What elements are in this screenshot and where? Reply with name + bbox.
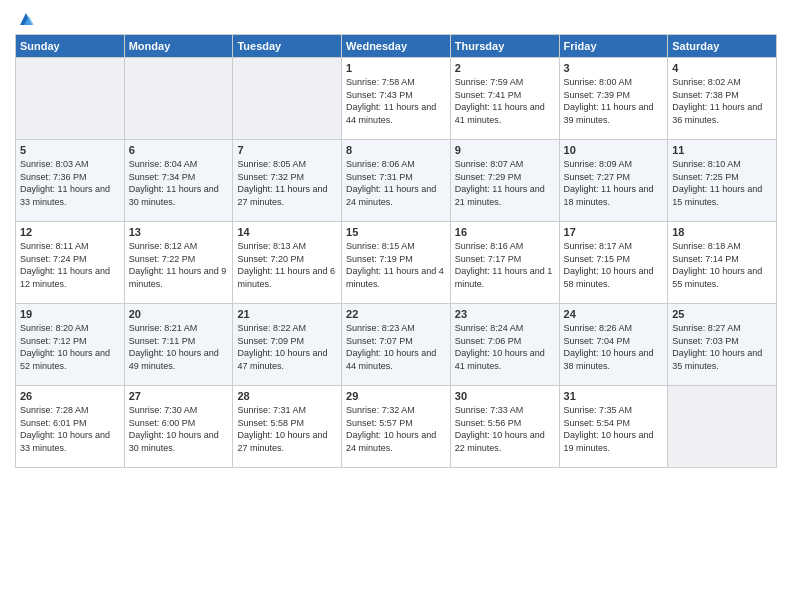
calendar-cell	[233, 58, 342, 140]
calendar-cell: 3Sunrise: 8:00 AMSunset: 7:39 PMDaylight…	[559, 58, 668, 140]
calendar-week-row: 1Sunrise: 7:58 AMSunset: 7:43 PMDaylight…	[16, 58, 777, 140]
day-info: Sunrise: 8:20 AMSunset: 7:12 PMDaylight:…	[20, 322, 120, 372]
calendar-week-row: 26Sunrise: 7:28 AMSunset: 6:01 PMDayligh…	[16, 386, 777, 468]
day-info: Sunrise: 7:59 AMSunset: 7:41 PMDaylight:…	[455, 76, 555, 126]
day-number: 1	[346, 62, 446, 74]
day-info: Sunrise: 8:04 AMSunset: 7:34 PMDaylight:…	[129, 158, 229, 208]
calendar-cell: 5Sunrise: 8:03 AMSunset: 7:36 PMDaylight…	[16, 140, 125, 222]
calendar-cell: 12Sunrise: 8:11 AMSunset: 7:24 PMDayligh…	[16, 222, 125, 304]
weekday-header-friday: Friday	[559, 35, 668, 58]
day-number: 15	[346, 226, 446, 238]
day-number: 19	[20, 308, 120, 320]
day-info: Sunrise: 7:32 AMSunset: 5:57 PMDaylight:…	[346, 404, 446, 454]
calendar-cell: 26Sunrise: 7:28 AMSunset: 6:01 PMDayligh…	[16, 386, 125, 468]
day-number: 23	[455, 308, 555, 320]
day-info: Sunrise: 8:11 AMSunset: 7:24 PMDaylight:…	[20, 240, 120, 290]
day-info: Sunrise: 8:12 AMSunset: 7:22 PMDaylight:…	[129, 240, 229, 290]
day-info: Sunrise: 8:21 AMSunset: 7:11 PMDaylight:…	[129, 322, 229, 372]
calendar-week-row: 19Sunrise: 8:20 AMSunset: 7:12 PMDayligh…	[16, 304, 777, 386]
day-number: 30	[455, 390, 555, 402]
day-number: 4	[672, 62, 772, 74]
calendar-cell: 21Sunrise: 8:22 AMSunset: 7:09 PMDayligh…	[233, 304, 342, 386]
calendar-cell: 1Sunrise: 7:58 AMSunset: 7:43 PMDaylight…	[342, 58, 451, 140]
day-info: Sunrise: 8:09 AMSunset: 7:27 PMDaylight:…	[564, 158, 664, 208]
day-number: 22	[346, 308, 446, 320]
day-number: 3	[564, 62, 664, 74]
calendar-cell: 18Sunrise: 8:18 AMSunset: 7:14 PMDayligh…	[668, 222, 777, 304]
logo	[15, 10, 35, 26]
calendar-cell: 6Sunrise: 8:04 AMSunset: 7:34 PMDaylight…	[124, 140, 233, 222]
day-info: Sunrise: 8:18 AMSunset: 7:14 PMDaylight:…	[672, 240, 772, 290]
calendar-cell: 8Sunrise: 8:06 AMSunset: 7:31 PMDaylight…	[342, 140, 451, 222]
day-number: 14	[237, 226, 337, 238]
day-number: 12	[20, 226, 120, 238]
day-number: 6	[129, 144, 229, 156]
day-info: Sunrise: 8:23 AMSunset: 7:07 PMDaylight:…	[346, 322, 446, 372]
calendar-cell: 30Sunrise: 7:33 AMSunset: 5:56 PMDayligh…	[450, 386, 559, 468]
day-number: 31	[564, 390, 664, 402]
day-number: 5	[20, 144, 120, 156]
day-info: Sunrise: 8:06 AMSunset: 7:31 PMDaylight:…	[346, 158, 446, 208]
day-info: Sunrise: 8:07 AMSunset: 7:29 PMDaylight:…	[455, 158, 555, 208]
calendar-cell: 22Sunrise: 8:23 AMSunset: 7:07 PMDayligh…	[342, 304, 451, 386]
calendar-cell: 27Sunrise: 7:30 AMSunset: 6:00 PMDayligh…	[124, 386, 233, 468]
day-number: 8	[346, 144, 446, 156]
calendar-table: SundayMondayTuesdayWednesdayThursdayFrid…	[15, 34, 777, 468]
weekday-header-thursday: Thursday	[450, 35, 559, 58]
weekday-header-row: SundayMondayTuesdayWednesdayThursdayFrid…	[16, 35, 777, 58]
day-info: Sunrise: 7:35 AMSunset: 5:54 PMDaylight:…	[564, 404, 664, 454]
weekday-header-wednesday: Wednesday	[342, 35, 451, 58]
day-info: Sunrise: 7:58 AMSunset: 7:43 PMDaylight:…	[346, 76, 446, 126]
calendar-cell: 25Sunrise: 8:27 AMSunset: 7:03 PMDayligh…	[668, 304, 777, 386]
day-number: 16	[455, 226, 555, 238]
day-number: 20	[129, 308, 229, 320]
weekday-header-saturday: Saturday	[668, 35, 777, 58]
day-info: Sunrise: 8:00 AMSunset: 7:39 PMDaylight:…	[564, 76, 664, 126]
day-info: Sunrise: 8:24 AMSunset: 7:06 PMDaylight:…	[455, 322, 555, 372]
day-info: Sunrise: 7:30 AMSunset: 6:00 PMDaylight:…	[129, 404, 229, 454]
calendar-cell: 17Sunrise: 8:17 AMSunset: 7:15 PMDayligh…	[559, 222, 668, 304]
calendar-cell: 23Sunrise: 8:24 AMSunset: 7:06 PMDayligh…	[450, 304, 559, 386]
day-number: 25	[672, 308, 772, 320]
day-info: Sunrise: 8:02 AMSunset: 7:38 PMDaylight:…	[672, 76, 772, 126]
calendar-cell: 7Sunrise: 8:05 AMSunset: 7:32 PMDaylight…	[233, 140, 342, 222]
calendar-cell	[124, 58, 233, 140]
day-number: 26	[20, 390, 120, 402]
calendar-cell: 20Sunrise: 8:21 AMSunset: 7:11 PMDayligh…	[124, 304, 233, 386]
day-number: 13	[129, 226, 229, 238]
day-info: Sunrise: 8:26 AMSunset: 7:04 PMDaylight:…	[564, 322, 664, 372]
calendar-cell: 9Sunrise: 8:07 AMSunset: 7:29 PMDaylight…	[450, 140, 559, 222]
day-number: 10	[564, 144, 664, 156]
day-number: 21	[237, 308, 337, 320]
day-info: Sunrise: 8:15 AMSunset: 7:19 PMDaylight:…	[346, 240, 446, 290]
day-number: 18	[672, 226, 772, 238]
calendar-cell	[16, 58, 125, 140]
day-info: Sunrise: 7:33 AMSunset: 5:56 PMDaylight:…	[455, 404, 555, 454]
calendar-cell: 10Sunrise: 8:09 AMSunset: 7:27 PMDayligh…	[559, 140, 668, 222]
day-info: Sunrise: 7:31 AMSunset: 5:58 PMDaylight:…	[237, 404, 337, 454]
calendar-cell: 24Sunrise: 8:26 AMSunset: 7:04 PMDayligh…	[559, 304, 668, 386]
weekday-header-tuesday: Tuesday	[233, 35, 342, 58]
day-number: 11	[672, 144, 772, 156]
calendar-cell: 31Sunrise: 7:35 AMSunset: 5:54 PMDayligh…	[559, 386, 668, 468]
day-number: 27	[129, 390, 229, 402]
day-info: Sunrise: 8:10 AMSunset: 7:25 PMDaylight:…	[672, 158, 772, 208]
calendar-cell: 19Sunrise: 8:20 AMSunset: 7:12 PMDayligh…	[16, 304, 125, 386]
calendar-cell	[668, 386, 777, 468]
calendar-cell: 13Sunrise: 8:12 AMSunset: 7:22 PMDayligh…	[124, 222, 233, 304]
day-number: 2	[455, 62, 555, 74]
day-number: 24	[564, 308, 664, 320]
calendar-cell: 2Sunrise: 7:59 AMSunset: 7:41 PMDaylight…	[450, 58, 559, 140]
header	[15, 10, 777, 26]
calendar-cell: 28Sunrise: 7:31 AMSunset: 5:58 PMDayligh…	[233, 386, 342, 468]
calendar-cell: 14Sunrise: 8:13 AMSunset: 7:20 PMDayligh…	[233, 222, 342, 304]
day-info: Sunrise: 8:05 AMSunset: 7:32 PMDaylight:…	[237, 158, 337, 208]
weekday-header-monday: Monday	[124, 35, 233, 58]
day-info: Sunrise: 8:03 AMSunset: 7:36 PMDaylight:…	[20, 158, 120, 208]
calendar-week-row: 12Sunrise: 8:11 AMSunset: 7:24 PMDayligh…	[16, 222, 777, 304]
day-info: Sunrise: 8:27 AMSunset: 7:03 PMDaylight:…	[672, 322, 772, 372]
day-info: Sunrise: 8:22 AMSunset: 7:09 PMDaylight:…	[237, 322, 337, 372]
calendar-cell: 16Sunrise: 8:16 AMSunset: 7:17 PMDayligh…	[450, 222, 559, 304]
day-info: Sunrise: 8:13 AMSunset: 7:20 PMDaylight:…	[237, 240, 337, 290]
day-number: 29	[346, 390, 446, 402]
